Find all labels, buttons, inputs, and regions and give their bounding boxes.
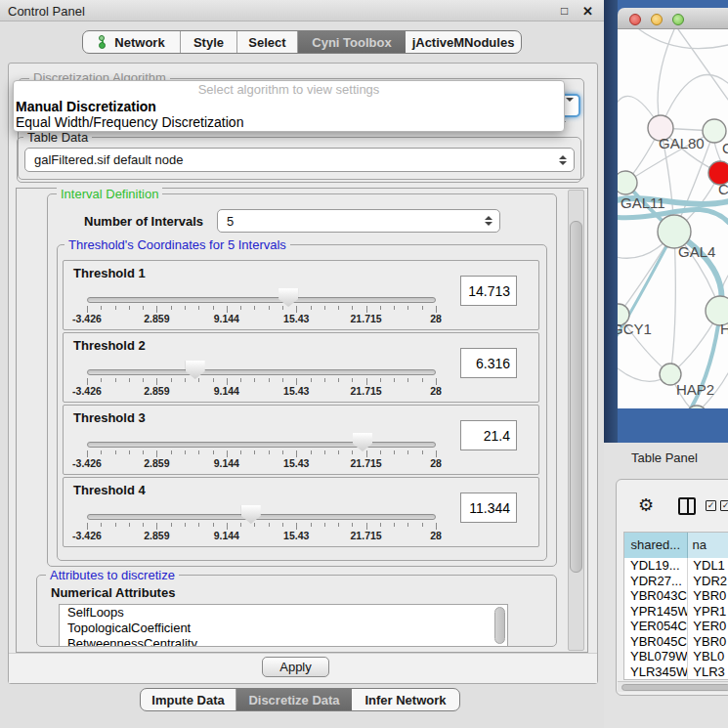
attributes-group-title: Attributes to discretize [46, 568, 179, 582]
numerical-attributes-list[interactable]: SelfLoopsTopologicalCoefficientBetweenne… [59, 604, 508, 647]
zoom-traffic-light-icon[interactable] [672, 14, 684, 25]
slider-track[interactable] [87, 514, 436, 520]
slider-tick [407, 450, 408, 454]
attribute-list-item[interactable]: BetweennessCentrality [60, 636, 507, 647]
table-row[interactable]: YBR043CYBR0 [624, 588, 728, 604]
cell-name: YBR0 [688, 634, 728, 650]
threshold-value-field[interactable]: 14.713 [460, 276, 517, 306]
threshold-panel: Threshold 1-3.4262.8599.14415.4321.71528… [63, 260, 539, 330]
slider-tick [240, 450, 241, 454]
slider-tick [213, 450, 214, 454]
network-node-label: H [720, 321, 728, 337]
cell-shared-name: YER054C [624, 619, 688, 634]
close-traffic-light-icon[interactable] [629, 14, 641, 25]
slider-track[interactable] [87, 442, 436, 448]
network-tab-icon [98, 35, 109, 49]
slider-tick [115, 450, 116, 454]
checkbox-icon[interactable]: ✓ [720, 500, 728, 511]
slider-track[interactable] [87, 369, 436, 375]
network-canvas[interactable]: GAL80GACGAL11GAL4GCY1HHAP2 [618, 29, 728, 408]
dropdown-option[interactable]: Manual Discretization [14, 99, 564, 114]
tab-impute-data[interactable]: Impute Data [141, 689, 236, 710]
slider-track[interactable] [87, 297, 436, 303]
cell-name: YER0 [688, 619, 728, 634]
close-window-icon[interactable]: ✕ [582, 4, 593, 19]
slider-tick-label: 2.859 [144, 313, 169, 324]
tab-discretize-data[interactable]: Discretize Data [236, 689, 352, 710]
slider-tick [269, 306, 270, 310]
slider-tick [422, 523, 423, 527]
tab-infer-network[interactable]: Infer Network [352, 689, 459, 710]
slider-tick [171, 450, 172, 454]
table-row[interactable]: YBL079WYBL0 [624, 649, 728, 664]
list-scrollbar-thumb[interactable] [494, 607, 505, 644]
slider-tick [407, 523, 408, 527]
network-edge [678, 29, 728, 100]
table-row[interactable]: YDR27...YDR2 [624, 574, 728, 589]
cell-shared-name: YBL079W [624, 649, 688, 664]
slider-tick [254, 306, 255, 310]
slider-tick-label: 2.859 [144, 530, 169, 541]
slider-tick [240, 378, 241, 382]
attribute-list-item[interactable]: SelfLoops [60, 605, 507, 621]
threshold-label: Threshold 1 [73, 266, 146, 280]
primary-tab-bar: NetworkStyleSelectCyni ToolboxjActiveMNo… [82, 30, 522, 54]
slider-tick-label: 9.144 [214, 530, 239, 541]
tab-network[interactable]: Network [83, 31, 181, 53]
attribute-list-item[interactable]: TopologicalCoefficient [60, 621, 507, 636]
table-row[interactable]: YLR345WYLR3 [624, 664, 728, 680]
slider-tick [227, 378, 228, 385]
panel-scrollbar-thumb[interactable] [570, 221, 582, 573]
tab-label: Network [114, 35, 164, 50]
slider-tick [143, 378, 144, 382]
threshold-coordinates-title: Threshold's Coordinates for 5 Intervals [64, 237, 290, 252]
slider-tick [394, 450, 395, 454]
slider-tick [101, 523, 102, 527]
threshold-value-field[interactable]: 21.4 [460, 420, 517, 450]
slider-tick-label: 9.144 [214, 313, 239, 324]
apply-button[interactable]: Apply [262, 657, 329, 677]
column-header-name[interactable]: na [688, 533, 728, 558]
table-horizontal-scrollbar[interactable] [618, 681, 728, 692]
tab-label: Infer Network [364, 693, 446, 707]
cell-name: YPR1 [688, 604, 728, 620]
threshold-value-field[interactable]: 6.316 [460, 348, 517, 378]
node-table[interactable]: shared... na YDL19...YDL1YDR27...YDR2YBR… [623, 532, 728, 680]
dropdown-option[interactable]: Equal Width/Frequency Discretization [14, 114, 564, 130]
float-window-icon[interactable]: □ [561, 4, 568, 18]
cell-name: YBL0 [688, 649, 728, 664]
settings-gear-icon[interactable]: ⚙ [638, 494, 654, 516]
checkbox-icon[interactable]: ✓ [706, 500, 716, 511]
slider-tick [407, 306, 408, 310]
table-row[interactable]: YBR045CYBR0 [624, 634, 728, 650]
slider-thumb[interactable] [241, 505, 261, 524]
tab-jactivemnodules[interactable]: jActiveMNodules [406, 31, 521, 53]
dropdown-hint: Select algorithm to view settings [14, 81, 564, 99]
tab-select[interactable]: Select [237, 31, 298, 53]
slider-tick [198, 306, 199, 310]
network-node[interactable] [618, 171, 637, 194]
slider-tick [366, 378, 367, 385]
table-row[interactable]: YIL052CYIL0 [624, 679, 728, 680]
minimize-traffic-light-icon[interactable] [651, 14, 663, 25]
threshold-label: Threshold 3 [73, 410, 146, 425]
slider-tick [311, 378, 312, 382]
number-of-intervals-combobox[interactable]: 5 [217, 209, 500, 233]
network-node-label: C [718, 181, 728, 197]
table-data-combobox[interactable]: galFiltered.sif default node [24, 148, 575, 172]
table-row[interactable]: YER054CYER0 [624, 619, 728, 634]
slider-thumb[interactable] [278, 288, 298, 307]
cell-shared-name: YDL19... [624, 558, 688, 574]
slider-thumb[interactable] [353, 433, 372, 451]
slider-tick [338, 306, 339, 310]
tab-style[interactable]: Style [181, 31, 237, 53]
tab-label: Select [248, 35, 285, 50]
tab-cyni-toolbox[interactable]: Cyni Toolbox [298, 31, 406, 53]
slider-tick [143, 306, 144, 310]
split-columns-icon[interactable] [678, 497, 696, 515]
table-row[interactable]: YDL19...YDL1 [624, 558, 728, 574]
threshold-value-field[interactable]: 11.344 [460, 492, 517, 523]
table-row[interactable]: YPR145WYPR1 [624, 604, 728, 620]
slider-thumb[interactable] [186, 361, 205, 379]
column-header-shared[interactable]: shared... [624, 533, 688, 558]
